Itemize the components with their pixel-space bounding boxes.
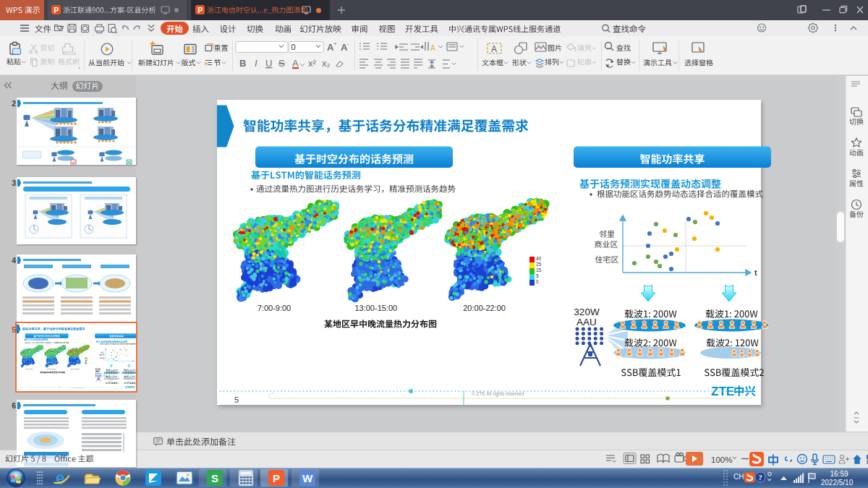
svg-text:CH: CH	[733, 473, 744, 481]
svg-text:0: 0	[292, 43, 296, 51]
svg-text:2022/5/10: 2022/5/10	[821, 479, 854, 487]
svg-text:100%: 100%	[711, 455, 732, 464]
svg-text:16:59: 16:59	[830, 470, 848, 478]
